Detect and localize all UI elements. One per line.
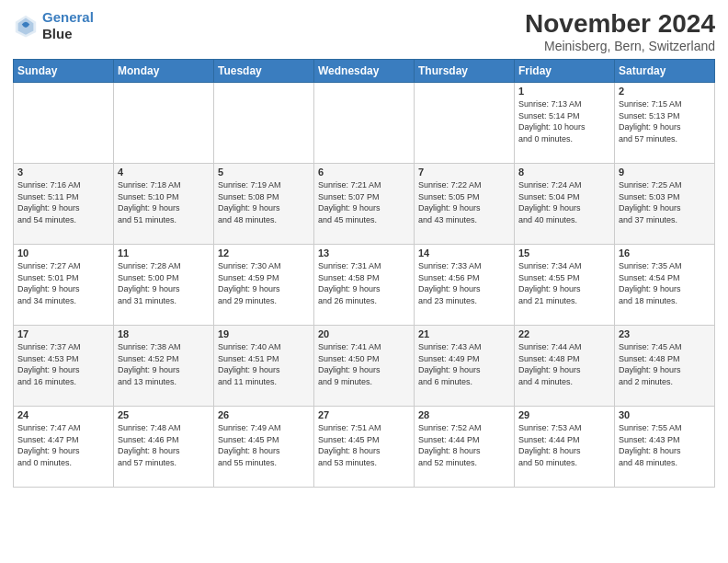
week-row-3: 10Sunrise: 7:27 AM Sunset: 5:01 PM Dayli… <box>14 245 715 326</box>
day-info: Sunrise: 7:24 AM Sunset: 5:04 PM Dayligh… <box>518 179 610 225</box>
day-number: 27 <box>318 409 410 420</box>
day-number: 28 <box>418 409 510 420</box>
day-info: Sunrise: 7:37 AM Sunset: 4:53 PM Dayligh… <box>17 341 109 387</box>
calendar-cell <box>314 83 415 164</box>
day-number: 13 <box>318 247 410 259</box>
calendar-cell: 14Sunrise: 7:33 AM Sunset: 4:56 PM Dayli… <box>415 245 515 326</box>
weekday-header-tuesday: Tuesday <box>214 60 314 83</box>
calendar-cell: 24Sunrise: 7:47 AM Sunset: 4:47 PM Dayli… <box>14 407 114 488</box>
calendar-cell: 4Sunrise: 7:18 AM Sunset: 5:10 PM Daylig… <box>114 164 214 245</box>
header: General Blue November 2024 Meinisberg, B… <box>13 9 715 53</box>
calendar-cell: 1Sunrise: 7:13 AM Sunset: 5:14 PM Daylig… <box>515 83 615 164</box>
day-info: Sunrise: 7:43 AM Sunset: 4:49 PM Dayligh… <box>418 341 510 387</box>
day-info: Sunrise: 7:51 AM Sunset: 4:45 PM Dayligh… <box>318 422 410 468</box>
calendar-cell: 10Sunrise: 7:27 AM Sunset: 5:01 PM Dayli… <box>14 245 114 326</box>
day-info: Sunrise: 7:28 AM Sunset: 5:00 PM Dayligh… <box>118 260 210 306</box>
calendar-cell <box>14 83 114 164</box>
title-block: November 2024 Meinisberg, Bern, Switzerl… <box>525 9 715 53</box>
day-number: 14 <box>418 247 510 259</box>
weekday-header-row: SundayMondayTuesdayWednesdayThursdayFrid… <box>14 60 715 83</box>
weekday-header-friday: Friday <box>515 60 615 83</box>
day-number: 30 <box>619 409 711 420</box>
day-number: 16 <box>619 247 711 259</box>
day-number: 2 <box>619 86 711 97</box>
calendar-cell <box>415 83 515 164</box>
calendar-cell: 12Sunrise: 7:30 AM Sunset: 4:59 PM Dayli… <box>214 245 314 326</box>
day-number: 25 <box>118 409 210 420</box>
calendar-cell: 11Sunrise: 7:28 AM Sunset: 5:00 PM Dayli… <box>114 245 214 326</box>
calendar-cell: 20Sunrise: 7:41 AM Sunset: 4:50 PM Dayli… <box>314 326 415 407</box>
weekday-header-thursday: Thursday <box>415 60 515 83</box>
calendar-cell: 17Sunrise: 7:37 AM Sunset: 4:53 PM Dayli… <box>14 326 114 407</box>
logo: General Blue <box>13 9 94 42</box>
calendar-cell: 9Sunrise: 7:25 AM Sunset: 5:03 PM Daylig… <box>615 164 715 245</box>
day-info: Sunrise: 7:30 AM Sunset: 4:59 PM Dayligh… <box>218 260 310 306</box>
day-number: 4 <box>118 167 210 178</box>
main-container: General Blue November 2024 Meinisberg, B… <box>0 0 728 493</box>
logo-icon <box>13 13 39 39</box>
day-number: 29 <box>518 409 610 420</box>
calendar-cell: 5Sunrise: 7:19 AM Sunset: 5:08 PM Daylig… <box>214 164 314 245</box>
day-number: 7 <box>418 167 510 178</box>
weekday-header-sunday: Sunday <box>14 60 114 83</box>
day-info: Sunrise: 7:27 AM Sunset: 5:01 PM Dayligh… <box>17 260 109 306</box>
weekday-header-wednesday: Wednesday <box>314 60 415 83</box>
calendar-cell: 3Sunrise: 7:16 AM Sunset: 5:11 PM Daylig… <box>14 164 114 245</box>
calendar-cell: 13Sunrise: 7:31 AM Sunset: 4:58 PM Dayli… <box>314 245 415 326</box>
calendar-cell: 16Sunrise: 7:35 AM Sunset: 4:54 PM Dayli… <box>615 245 715 326</box>
day-number: 26 <box>218 409 310 420</box>
day-info: Sunrise: 7:55 AM Sunset: 4:43 PM Dayligh… <box>619 422 711 468</box>
day-info: Sunrise: 7:40 AM Sunset: 4:51 PM Dayligh… <box>218 341 310 387</box>
weekday-header-monday: Monday <box>114 60 214 83</box>
calendar-cell: 18Sunrise: 7:38 AM Sunset: 4:52 PM Dayli… <box>114 326 214 407</box>
weekday-header-saturday: Saturday <box>615 60 715 83</box>
day-number: 3 <box>17 167 109 178</box>
logo-general: General <box>42 9 94 25</box>
calendar-cell: 27Sunrise: 7:51 AM Sunset: 4:45 PM Dayli… <box>314 407 415 488</box>
day-info: Sunrise: 7:52 AM Sunset: 4:44 PM Dayligh… <box>418 422 510 468</box>
day-info: Sunrise: 7:41 AM Sunset: 4:50 PM Dayligh… <box>318 341 410 387</box>
day-number: 9 <box>619 167 711 178</box>
day-info: Sunrise: 7:31 AM Sunset: 4:58 PM Dayligh… <box>318 260 410 306</box>
day-info: Sunrise: 7:25 AM Sunset: 5:03 PM Dayligh… <box>619 179 711 225</box>
calendar-cell: 30Sunrise: 7:55 AM Sunset: 4:43 PM Dayli… <box>615 407 715 488</box>
calendar-cell: 15Sunrise: 7:34 AM Sunset: 4:55 PM Dayli… <box>515 245 615 326</box>
week-row-2: 3Sunrise: 7:16 AM Sunset: 5:11 PM Daylig… <box>14 164 715 245</box>
calendar-cell: 23Sunrise: 7:45 AM Sunset: 4:48 PM Dayli… <box>615 326 715 407</box>
day-number: 17 <box>17 328 109 339</box>
calendar-cell: 21Sunrise: 7:43 AM Sunset: 4:49 PM Dayli… <box>415 326 515 407</box>
day-info: Sunrise: 7:49 AM Sunset: 4:45 PM Dayligh… <box>218 422 310 468</box>
calendar-cell: 8Sunrise: 7:24 AM Sunset: 5:04 PM Daylig… <box>515 164 615 245</box>
calendar-cell <box>214 83 314 164</box>
logo-blue: Blue <box>42 26 73 41</box>
week-row-5: 24Sunrise: 7:47 AM Sunset: 4:47 PM Dayli… <box>14 407 715 488</box>
calendar-cell <box>114 83 214 164</box>
day-info: Sunrise: 7:18 AM Sunset: 5:10 PM Dayligh… <box>118 179 210 225</box>
day-number: 22 <box>518 328 610 339</box>
week-row-4: 17Sunrise: 7:37 AM Sunset: 4:53 PM Dayli… <box>14 326 715 407</box>
day-number: 20 <box>318 328 410 339</box>
day-number: 10 <box>17 247 109 259</box>
logo-text: General Blue <box>42 9 94 42</box>
week-row-1: 1Sunrise: 7:13 AM Sunset: 5:14 PM Daylig… <box>14 83 715 164</box>
calendar-cell: 6Sunrise: 7:21 AM Sunset: 5:07 PM Daylig… <box>314 164 415 245</box>
day-info: Sunrise: 7:19 AM Sunset: 5:08 PM Dayligh… <box>218 179 310 225</box>
day-number: 24 <box>17 409 109 420</box>
calendar-cell: 19Sunrise: 7:40 AM Sunset: 4:51 PM Dayli… <box>214 326 314 407</box>
day-info: Sunrise: 7:48 AM Sunset: 4:46 PM Dayligh… <box>118 422 210 468</box>
day-number: 18 <box>118 328 210 339</box>
month-title: November 2024 <box>525 9 715 39</box>
calendar-cell: 25Sunrise: 7:48 AM Sunset: 4:46 PM Dayli… <box>114 407 214 488</box>
calendar-cell: 2Sunrise: 7:15 AM Sunset: 5:13 PM Daylig… <box>615 83 715 164</box>
day-info: Sunrise: 7:33 AM Sunset: 4:56 PM Dayligh… <box>418 260 510 306</box>
day-info: Sunrise: 7:35 AM Sunset: 4:54 PM Dayligh… <box>619 260 711 306</box>
day-number: 1 <box>518 86 610 97</box>
day-number: 19 <box>218 328 310 339</box>
day-info: Sunrise: 7:13 AM Sunset: 5:14 PM Dayligh… <box>518 98 610 144</box>
day-info: Sunrise: 7:45 AM Sunset: 4:48 PM Dayligh… <box>619 341 711 387</box>
day-info: Sunrise: 7:47 AM Sunset: 4:47 PM Dayligh… <box>17 422 109 468</box>
day-number: 12 <box>218 247 310 259</box>
calendar-cell: 22Sunrise: 7:44 AM Sunset: 4:48 PM Dayli… <box>515 326 615 407</box>
day-number: 11 <box>118 247 210 259</box>
day-number: 15 <box>518 247 610 259</box>
